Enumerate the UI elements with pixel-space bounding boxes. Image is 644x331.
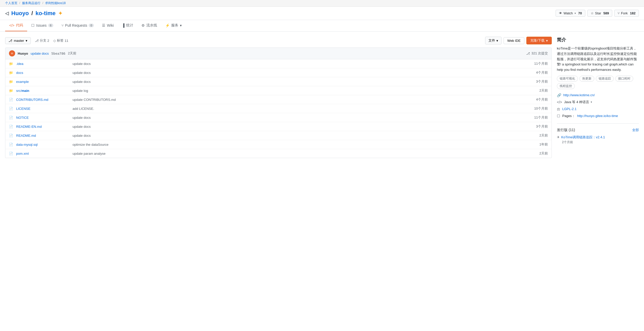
website-link: 🔗 http://www.kotime.cn/ [557,93,639,97]
repo-actions: 👁 Watch ▾ 70 ☆ Star 589 ⑂ Fork 182 [556,10,639,17]
tab-wiki[interactable]: ☰ Wiki [98,20,118,31]
breadcrumb: 个人首页 / 服务商品追行 / 求利性能kos18 [0,0,644,7]
table-row: 📄 README-EN.md update docs 3个月前 [5,122,551,131]
watch-button[interactable]: 👁 Watch ▾ 70 [556,10,585,17]
file-commit: update param analyse [67,152,539,155]
star-button[interactable]: ☆ Star 589 [587,10,612,17]
pages-link: ☐ Pages： http://huoyo.gitee.io/ko-time [557,114,639,118]
tag-item[interactable]: 热更新 [579,76,594,82]
commit-right: ⎇ 321 次提交 [526,51,548,56]
intro-title: 简介 [557,37,639,43]
left-controls: ⎇ master ▾ ⎇ 分支 2 ◇ 标签 11 [5,37,68,44]
tab-services[interactable]: ⚡ 服务 ▾ [161,20,186,31]
file-name: .idea [16,62,67,66]
file-commit: update docs [67,62,534,66]
intro-description: koTime是一个轻量级的springboot项目性能分析工具，通过方法调用链路… [557,46,639,73]
file-doc-icon: 📄 [9,107,14,111]
file-time: 11个月前 [534,115,548,120]
fork-icon: ⑂ [618,11,620,15]
repo-name-link[interactable]: ko-time [36,10,56,17]
services-icon: ⚡ [165,23,170,27]
branch-icon: ⎇ [8,39,12,43]
tag-list: 链路可视化 热更新 链路追踪 接口耗时 线程监控 [557,76,639,89]
clone-chevron: ▾ [546,39,548,43]
file-commit: update docs [67,125,536,129]
table-row: 📁 docs update docs 4个月前 [5,68,551,77]
release-time: 2个月前 [557,140,639,144]
release-all-link[interactable]: 全部 [632,128,639,132]
lang-chevron: ▾ [591,101,592,103]
content-area: ⎇ master ▾ ⎇ 分支 2 ◇ 标签 11 文件 ▾ [0,32,644,163]
file-toolbar: ⎇ master ▾ ⎇ 分支 2 ◇ 标签 11 文件 ▾ [5,37,552,44]
breadcrumb-repo[interactable]: 求利性能kos18 [45,1,66,5]
tab-pipeline[interactable]: ⚙ 流水线 [137,20,161,31]
file-doc-icon: 📄 [9,125,14,129]
repo-star-badge: ✦ [58,10,63,16]
commit-left: H Huoyo update docs 5bea786 2天前 [9,50,76,56]
table-row: 📄 LICENSE add LICENSE. 10个月前 [5,104,551,113]
folder-icon: 📁 [9,71,14,75]
repo-owner-link[interactable]: Huoyo [11,10,29,17]
commit-count[interactable]: 321 次提交 [531,51,548,56]
file-name: docs [16,71,67,75]
file-button[interactable]: 文件 ▾ [485,37,502,44]
file-time: 1年前 [539,142,548,147]
tab-code[interactable]: </> 代码 [5,20,27,31]
tag-item[interactable]: 线程监控 [557,83,575,89]
back-icon[interactable]: ◁ [5,11,9,16]
release-name-link[interactable]: ✈ KoTime调用链路追踪：v2.4.1 [557,135,639,140]
watch-chevron: ▾ [575,12,576,15]
file-doc-icon: 📄 [9,152,14,155]
license-icon: ⚖ [557,107,560,111]
tab-stats[interactable]: ▐ 统计 [118,20,137,31]
table-row: 📄 README.md update docs 2天前 [5,131,551,140]
breadcrumb-service[interactable]: 服务商品追行 [22,1,40,5]
table-row: 📄 CONTRIBUTORS.md update CONTRIBUTORS.md… [5,95,551,104]
file-time: 2天前 [539,151,548,156]
branch-selector[interactable]: ⎇ master ▾ [5,37,31,44]
file-name: NOTICE [16,116,67,120]
table-row: 📄 NOTICE update docs 11个月前 [5,113,551,122]
file-name: example [16,80,67,84]
clone-button[interactable]: 克隆/下载 ▾ [526,37,552,44]
release-icon: ✈ [557,135,560,139]
divider [557,123,639,124]
tab-pull-requests[interactable]: ⑂ Pull Requests 0 [57,20,98,31]
file-name: LICENSE [16,107,67,111]
tag-item[interactable]: 链路可视化 [557,76,578,82]
repo-header: ◁ Huoyo / ko-time ✦ 👁 Watch ▾ 70 ☆ Star … [0,7,644,20]
releases-section: 发行版 (11) 全部 ✈ KoTime调用链路追踪：v2.4.1 2个月前 [557,128,639,144]
commit-message[interactable]: update docs [30,52,49,55]
commit-author: Huoyo [18,52,28,55]
file-commit: update docs [67,116,534,120]
intro-section: 简介 koTime是一个轻量级的springboot项目性能分析工具，通过方法调… [557,37,639,118]
avatar: H [9,50,15,56]
file-name: README.md [16,134,67,138]
folder-icon: 📁 [9,80,14,84]
language-item[interactable]: Java 等 4 种语言 ▾ [564,100,592,104]
issues-icon: ☐ [31,23,35,27]
table-row: 📁 example update docs 3个月前 [5,77,551,86]
tag-item[interactable]: 链路追踪 [596,76,614,82]
services-chevron: ▾ [180,23,182,27]
tag-item[interactable]: 接口耗时 [615,76,633,82]
file-name: README-EN.md [16,125,67,129]
fork-button[interactable]: ⑂ Fork 182 [614,10,639,17]
sidebar: 简介 koTime是一个轻量级的springboot项目性能分析工具，通过方法调… [557,37,639,158]
breadcrumb-home[interactable]: 个人首页 [5,1,17,5]
pages-url[interactable]: http://huoyo.gitee.io/ko-time [577,114,618,118]
watch-icon: 👁 [559,11,562,15]
code-icon: </> [557,100,562,104]
license-text[interactable]: LGPL-2.1 [562,107,577,111]
commit-hash: 5bea786 [51,52,65,55]
file-time: 3个月前 [536,79,548,84]
website-url[interactable]: http://www.kotime.cn/ [563,93,595,97]
file-time: 10个月前 [534,106,548,111]
file-commit: optimize the dataSource [67,143,539,147]
webide-button[interactable]: Web IDE [504,37,525,44]
commit-time: 2天前 [68,51,76,56]
tab-issues[interactable]: ☐ Issues 6 [27,20,57,31]
table-row: 📁 src/main update log 2天前 [5,86,551,95]
table-row: 📁 .idea update docs 11个月前 [5,59,551,68]
file-table: 📁 .idea update docs 11个月前 📁 docs update … [5,59,552,158]
